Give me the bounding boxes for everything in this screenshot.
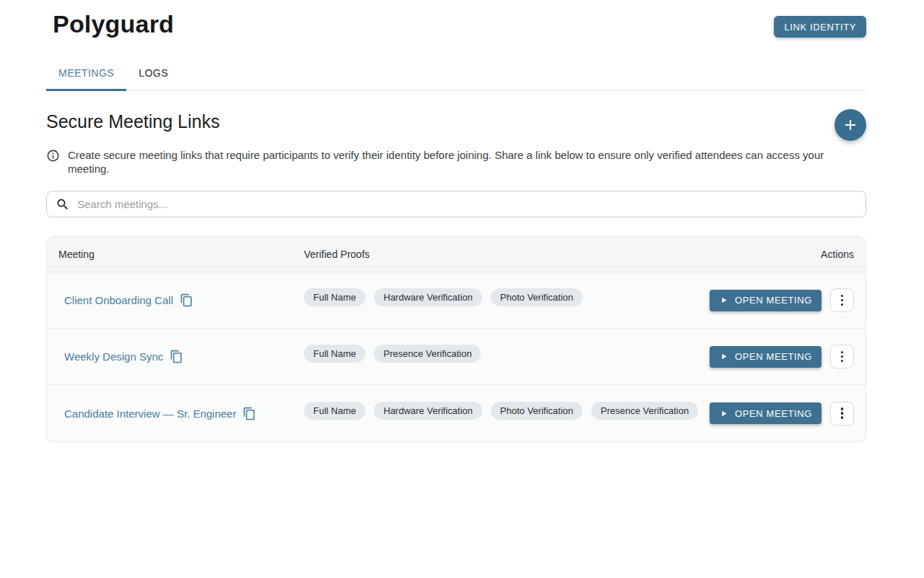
table-header: Meeting Verified Proofs Actions (47, 237, 866, 272)
actions-cell: OPEN MEETING (710, 345, 866, 368)
open-meeting-label: OPEN MEETING (735, 408, 812, 419)
proof-chips: Full NameHardware VerificationPhoto Veri… (304, 402, 710, 420)
info-line: Create secure meeting links that require… (46, 148, 866, 176)
proof-chip: Full Name (304, 402, 365, 420)
column-header-actions: Actions (710, 249, 866, 260)
meeting-link[interactable]: Weekly Design Sync (64, 350, 163, 363)
info-icon (46, 149, 60, 163)
play-icon (719, 409, 728, 418)
page-title: Secure Meeting Links (46, 111, 866, 132)
open-meeting-button[interactable]: OPEN MEETING (710, 346, 821, 368)
copy-link-button[interactable] (170, 350, 183, 363)
kebab-menu-icon (841, 351, 844, 363)
link-identity-button[interactable]: LINK IDENTITY (774, 16, 866, 38)
copy-link-button[interactable] (180, 293, 193, 307)
meetings-table: Meeting Verified Proofs Actions Client O… (46, 236, 866, 442)
table-row: Client Onboarding Call Full NameHardware… (47, 272, 866, 329)
copy-icon (170, 350, 183, 363)
meeting-cell: Candidate Interview — Sr. Engineer (47, 407, 304, 420)
table-body: Client Onboarding Call Full NameHardware… (47, 272, 866, 441)
proof-chip: Presence Verification (374, 345, 481, 363)
add-meeting-button[interactable] (834, 109, 866, 141)
proof-chips: Full NamePresence Verification (304, 345, 710, 363)
proof-chip: Full Name (304, 288, 365, 306)
proof-chip: Photo Verification (491, 288, 583, 306)
page-description: Create secure meeting links that require… (68, 148, 866, 176)
open-meeting-label: OPEN MEETING (735, 295, 812, 306)
open-meeting-button[interactable]: OPEN MEETING (710, 402, 821, 424)
meeting-cell: Client Onboarding Call (47, 293, 304, 307)
open-meeting-label: OPEN MEETING (735, 351, 812, 362)
kebab-menu-icon (841, 295, 844, 306)
search-box (46, 191, 866, 217)
search-input[interactable] (77, 198, 857, 210)
proof-chip: Presence Verification (591, 402, 698, 420)
column-header-proofs: Verified Proofs (304, 249, 710, 260)
actions-cell: OPEN MEETING (710, 288, 866, 312)
proof-chips: Full NameHardware VerificationPhoto Veri… (304, 288, 710, 306)
section-head: Secure Meeting Links (46, 111, 866, 132)
tab-bar: MEETINGS LOGS (46, 57, 866, 91)
meeting-cell: Weekly Design Sync (47, 350, 304, 363)
tab-logs[interactable]: LOGS (126, 57, 180, 90)
copy-icon (180, 293, 193, 307)
tab-meetings[interactable]: MEETINGS (46, 57, 126, 90)
play-icon (719, 352, 728, 361)
kebab-menu-icon (841, 407, 844, 419)
app-shell: Polyguard LINK IDENTITY MEETINGS LOGS Se… (0, 0, 924, 578)
table-row: Weekly Design Sync Full NamePresence Ver… (47, 329, 866, 385)
play-icon (719, 296, 728, 305)
copy-icon (243, 407, 256, 420)
top-bar: Polyguard LINK IDENTITY (46, 0, 866, 38)
row-menu-button[interactable] (830, 288, 854, 312)
proof-chip: Hardware Verification (374, 288, 482, 306)
row-menu-button[interactable] (830, 402, 854, 426)
proof-chip: Hardware Verification (374, 402, 482, 420)
row-menu-button[interactable] (830, 345, 854, 368)
app-title: Polyguard (46, 10, 174, 38)
proof-chip: Photo Verification (491, 402, 583, 420)
plus-icon (842, 116, 859, 134)
proof-chip: Full Name (304, 345, 365, 363)
search-icon (56, 197, 70, 212)
actions-cell: OPEN MEETING (710, 402, 866, 426)
meeting-link[interactable]: Client Onboarding Call (64, 294, 173, 306)
copy-link-button[interactable] (243, 407, 256, 420)
open-meeting-button[interactable]: OPEN MEETING (710, 290, 821, 311)
meeting-link[interactable]: Candidate Interview — Sr. Engineer (64, 407, 236, 420)
column-header-meeting: Meeting (47, 249, 304, 260)
table-row: Candidate Interview — Sr. Engineer Full … (47, 385, 866, 441)
